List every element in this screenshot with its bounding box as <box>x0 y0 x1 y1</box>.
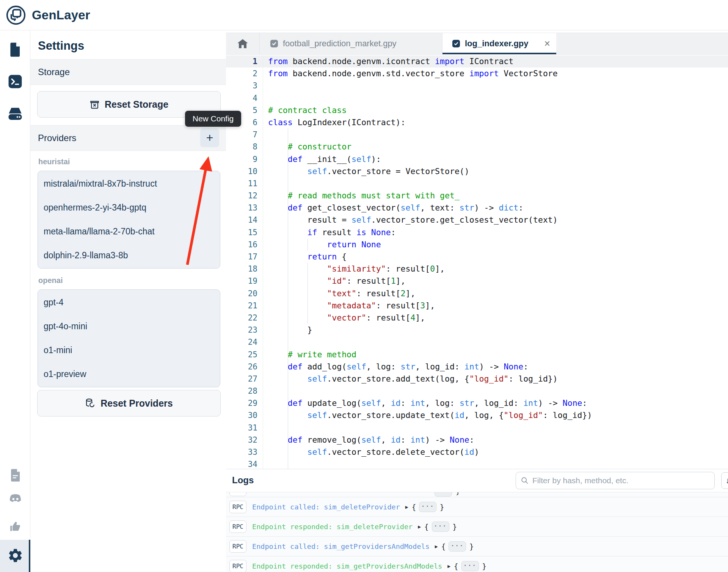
feedback-thumbs-up-icon[interactable] <box>0 520 30 533</box>
provider-model-item[interactable]: o1-mini <box>38 338 220 362</box>
provider-model-item[interactable]: gpt-4o-mini <box>38 314 220 338</box>
indent-guide <box>288 251 288 263</box>
terminal-icon[interactable] <box>0 74 30 89</box>
discord-icon[interactable] <box>0 494 30 505</box>
indent-guide <box>288 178 288 190</box>
provider-group-label: heuristai <box>38 157 220 167</box>
expand-triangle-icon[interactable]: ▶ <box>418 524 421 530</box>
log-message: Endpoint responded: sim_getProvidersAndM… <box>252 562 442 570</box>
rpc-badge-clipped <box>229 492 246 496</box>
code-line: 3 <box>226 80 728 92</box>
indent-guide <box>288 434 288 446</box>
line-number: 3 <box>226 80 263 92</box>
contract-check-icon <box>270 39 279 48</box>
expand-triangle-icon[interactable]: ▶ <box>405 504 408 510</box>
provider-model-item[interactable]: dolphin-2.9-llama3-8b <box>38 244 220 267</box>
log-message: Endpoint called: sim_getProvidersAndMode… <box>252 542 430 550</box>
code-line: 10 self.vector_store = VectorStore() <box>226 165 728 178</box>
storage-section-header: Storage <box>30 59 226 85</box>
code-line: 4 <box>226 92 728 104</box>
line-number: 24 <box>226 336 263 348</box>
indent-guide <box>308 300 308 312</box>
rpc-badge: RPC <box>229 540 246 553</box>
home-tab[interactable] <box>226 33 260 54</box>
expand-ellipsis-button[interactable]: ... <box>419 502 436 512</box>
indent-guide <box>288 324 288 336</box>
line-number: 12 <box>226 190 263 202</box>
tab-football-prediction-market[interactable]: football_prediction_market.gpy <box>260 33 442 54</box>
code-line: 27 self.vector_store.add_text(log, {"log… <box>226 373 728 385</box>
line-number: 33 <box>226 446 263 458</box>
rpc-badge: RPC <box>229 520 246 533</box>
provider-model-item[interactable]: meta-llama/llama-2-70b-chat <box>38 220 220 244</box>
reset-providers-label: Reset Providers <box>100 398 173 409</box>
indent-guide <box>288 263 288 275</box>
genlayer-logo[interactable]: GenLayer <box>0 5 90 26</box>
new-config-button[interactable]: + <box>200 128 219 147</box>
provider-group-label: openai <box>38 276 220 286</box>
close-tab-icon[interactable]: × <box>544 39 550 49</box>
code-editor[interactable]: 1from backend.node.genvm.icontract impor… <box>226 55 728 469</box>
line-number: 21 <box>226 300 263 312</box>
left-sidebar <box>0 30 30 572</box>
indent-guide <box>288 190 288 202</box>
providers-section-label: Providers <box>38 133 76 143</box>
code-line: 2from backend.node.genvm.std.vector_stor… <box>226 68 728 80</box>
indent-guide <box>308 288 308 300</box>
code-line: 19 "id": result[1], <box>226 275 728 287</box>
indent-guide <box>288 214 288 226</box>
code-line: 33 self.vector_store.delete_vector(id) <box>226 446 728 458</box>
indent-guide <box>288 165 288 178</box>
provider-model-item[interactable]: gpt-4 <box>38 291 220 314</box>
providers-section-header: Providers <box>30 125 226 151</box>
line-number: 7 <box>226 129 263 141</box>
code-line: 24 <box>226 336 728 348</box>
provider-model-item[interactable]: openhermes-2-yi-34b-gptq <box>38 196 220 220</box>
indent-guide <box>288 275 288 287</box>
logs-filter <box>516 472 715 489</box>
storage-drive-icon[interactable] <box>0 107 30 121</box>
genlayer-studio-window: GenLayer <box>0 0 728 572</box>
code-line: 26 def add_log(self, log: str, log_id: i… <box>226 361 728 373</box>
indent-guide <box>288 288 288 300</box>
expand-ellipsis-button[interactable]: ... <box>449 541 466 552</box>
line-number: 13 <box>226 202 263 214</box>
code-line: 1from backend.node.genvm.icontract impor… <box>226 55 728 68</box>
tab-log-indexer[interactable]: log_indexer.gpy × <box>442 33 556 54</box>
provider-model-item[interactable]: mistralai/mixtral-8x7b-instruct <box>38 172 220 196</box>
code-line: 11 <box>226 178 728 190</box>
editor-tab-bar: football_prediction_market.gpy log_index… <box>226 33 728 55</box>
reset-storage-label: Reset Storage <box>105 99 168 110</box>
reset-providers-button[interactable]: Reset Providers <box>37 390 221 416</box>
code-line: 34 <box>226 458 728 469</box>
line-number: 31 <box>226 422 263 434</box>
line-number: 14 <box>226 214 263 226</box>
contracts-file-icon[interactable] <box>0 42 30 58</box>
code-line: 22 "vector": result[4], <box>226 312 728 324</box>
line-number: 32 <box>226 434 263 446</box>
line-number: 29 <box>226 397 263 409</box>
line-number: 11 <box>226 178 263 190</box>
line-number: 18 <box>226 263 263 275</box>
settings-nav-active-section <box>0 540 30 572</box>
expand-triangle-icon[interactable]: ▶ <box>435 544 438 549</box>
settings-gear-icon[interactable] <box>0 547 30 564</box>
provider-model-item[interactable]: o1-preview <box>38 362 220 386</box>
sort-icon: ↓↑ <box>726 476 728 485</box>
expand-triangle-icon[interactable]: ▶ <box>447 563 450 569</box>
rpc-badge: RPC <box>229 501 246 513</box>
provider-groups-list: heuristaimistralai/mixtral-8x7b-instruct… <box>38 157 220 395</box>
line-number: 8 <box>226 141 263 153</box>
docs-icon[interactable] <box>0 468 30 482</box>
provider-group-box: gpt-4gpt-4o-minio1-minio1-preview <box>38 289 220 387</box>
indent-guide <box>288 422 288 434</box>
indent-guide <box>308 239 308 251</box>
provider-group-box: mistralai/mixtral-8x7b-instructopenherme… <box>38 171 220 269</box>
sort-logs-button[interactable]: ↓↑ <box>721 472 728 489</box>
logs-filter-input[interactable] <box>532 476 714 485</box>
code-line: 6class LogIndexer(IContract): <box>226 116 728 129</box>
indent-guide <box>288 361 288 373</box>
expand-ellipsis-button[interactable]: ... <box>432 522 449 532</box>
expand-ellipsis-button[interactable]: ... <box>461 561 479 571</box>
code-line: 12 # read methods must start with get_ <box>226 190 728 202</box>
